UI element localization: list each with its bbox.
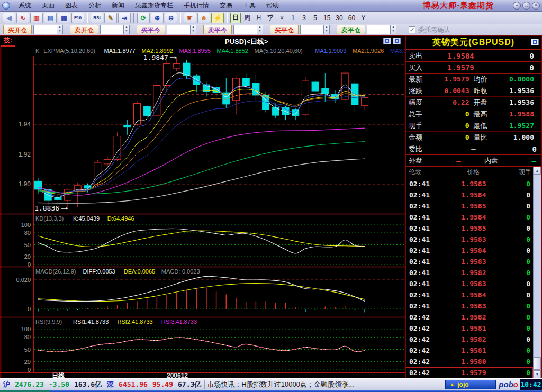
- menu-item-analysis[interactable]: 分析: [83, 0, 106, 11]
- scroll-up-icon[interactable]: ▲: [534, 167, 541, 175]
- period-custom-button[interactable]: ×: [277, 13, 287, 23]
- messenger-badge[interactable]: ▲ jojo: [445, 380, 496, 389]
- tape-row[interactable]: 02:421.95810: [406, 323, 533, 334]
- accounts-button[interactable]: ☻: [197, 13, 210, 23]
- quick-trade-button[interactable]: ⚡: [211, 13, 224, 23]
- stepper-down-icon[interactable]: ▼: [257, 30, 263, 34]
- period-min-60-button[interactable]: 60: [346, 13, 357, 23]
- sell-close-today-qty-stepper[interactable]: ▲▼: [257, 25, 263, 34]
- price-tick: 1.92: [19, 151, 31, 158]
- stepper-down-icon[interactable]: ▼: [124, 30, 129, 34]
- candle-chart-button[interactable]: ▥: [30, 13, 43, 23]
- refresh-button[interactable]: ⟳: [137, 13, 150, 23]
- scrollbar-thumb[interactable]: [534, 357, 541, 370]
- buy-close-today-qty-stepper[interactable]: ▲▼: [190, 25, 196, 34]
- tape-row[interactable]: 02:411.95820: [406, 267, 533, 278]
- menu-item-quanxin-column[interactable]: 泉鑫期货专栏: [130, 0, 178, 11]
- tech-panel-tab[interactable]: 技:: [1, 36, 15, 47]
- buy-close-button[interactable]: 买平仓: [270, 25, 299, 34]
- sell-open-qty-stepper[interactable]: ▲▼: [123, 25, 130, 34]
- sell-open-button[interactable]: 卖开仓: [70, 25, 98, 34]
- confirm-order-checkbox[interactable]: ✓: [409, 26, 415, 33]
- menu-item-tools[interactable]: 工具: [238, 0, 261, 11]
- index-sh-change: -3.50: [49, 380, 69, 388]
- back-button[interactable]: ◀: [3, 13, 15, 23]
- tape-row[interactable]: 02:411.95850: [406, 200, 533, 212]
- menu-item-news[interactable]: 新闻: [106, 0, 130, 11]
- restore-panel-icon[interactable]: [531, 39, 539, 45]
- period-min-3-button[interactable]: 3: [299, 13, 309, 23]
- sell-close-qty-stepper[interactable]: ▲▼: [390, 25, 396, 34]
- tape-scrollbar[interactable]: ▲▼: [533, 167, 541, 378]
- menu-item-help[interactable]: 帮助: [261, 0, 284, 11]
- zoom-in-button[interactable]: ⊕: [151, 13, 164, 23]
- tape-row[interactable]: 02:411.95840: [406, 245, 533, 256]
- period-quarter-button[interactable]: 季: [265, 13, 276, 23]
- report-button[interactable]: ▦: [58, 13, 70, 23]
- zoom-out-button[interactable]: ⊖: [165, 13, 177, 23]
- tape-row[interactable]: 02:411.95840: [406, 212, 533, 223]
- menu-item-chart[interactable]: 图表: [60, 0, 83, 11]
- quote-list-button[interactable]: ▤: [44, 13, 57, 23]
- order-hand-button[interactable]: ☛: [184, 13, 196, 23]
- menu-item-mobile-quotes[interactable]: 手机行情: [178, 0, 214, 11]
- minimize-button[interactable]: −: [513, 2, 521, 10]
- menu-item-page[interactable]: 页面: [37, 0, 60, 11]
- tape-price: 1.9582: [439, 269, 508, 277]
- period-year-button[interactable]: Y: [358, 13, 368, 23]
- sell-close-today-qty-input[interactable]: [233, 25, 257, 34]
- buy-close-qty-stepper[interactable]: ▲▼: [323, 25, 330, 34]
- period-min-1-button[interactable]: 1: [288, 13, 298, 23]
- main-chart-svg[interactable]: 1.941.921.901.98471.8836KEXPMA(5,10,20,6…: [0, 47, 405, 378]
- tape-row[interactable]: 02:421.95820: [406, 312, 533, 323]
- expand-bars-icon[interactable]: [393, 38, 401, 44]
- f10-info-button[interactable]: F10: [71, 13, 84, 23]
- buy-open-qty-input[interactable]: [33, 25, 57, 34]
- tape-row[interactable]: 02:411.95830: [406, 278, 533, 289]
- period-week-button[interactable]: 周: [242, 13, 252, 23]
- scroll-down-icon[interactable]: ▼: [534, 370, 541, 378]
- period-min-15-button[interactable]: 15: [321, 13, 332, 23]
- stepper-down-icon[interactable]: ▼: [191, 30, 196, 34]
- quote-stat-row: 涨跌0.0043昨收1.9536: [406, 85, 541, 97]
- tape-row[interactable]: 02:411.95830: [406, 178, 533, 189]
- buy-open-qty-stepper[interactable]: ▲▼: [57, 25, 63, 34]
- stepper-down-icon[interactable]: ▼: [57, 30, 62, 34]
- period-day-button[interactable]: 日: [230, 13, 241, 23]
- buy-open-button[interactable]: 买开仓: [3, 25, 32, 34]
- tape-row[interactable]: 02:421.95790: [406, 367, 533, 378]
- tape-row[interactable]: 02:411.95840: [406, 289, 533, 300]
- restore-button[interactable]: □: [522, 2, 530, 10]
- goto-list-button[interactable]: ⇥: [118, 13, 131, 23]
- menu-item-trade[interactable]: 交易: [214, 0, 238, 11]
- sell-close-qty-input[interactable]: [367, 25, 390, 34]
- buy-close-today-button[interactable]: 买平今: [137, 25, 165, 34]
- close-button[interactable]: ×: [532, 2, 540, 10]
- tape-row[interactable]: 02:411.95840: [406, 189, 533, 200]
- stepper-down-icon[interactable]: ▼: [324, 30, 329, 34]
- period-min-5-button[interactable]: 5: [310, 13, 320, 23]
- draw-line-button[interactable]: ✎: [104, 13, 117, 23]
- tape-row[interactable]: 02:421.95810: [406, 345, 533, 356]
- menu-item-system[interactable]: 系统: [13, 0, 37, 11]
- stat-cell: 均价0.0000: [474, 75, 539, 84]
- sell-close-today-button[interactable]: 卖平今: [203, 25, 232, 34]
- buy-close-today-qty-input[interactable]: [167, 25, 190, 34]
- news-ticker[interactable]: 市场快讯：H股指数升过10000点；金融股领涨...: [204, 380, 445, 389]
- sell-open-qty-input[interactable]: [100, 25, 123, 34]
- tape-row[interactable]: 02:411.95830: [406, 300, 533, 312]
- time-chart-button[interactable]: ∿: [16, 13, 29, 23]
- tape-row[interactable]: 02:421.95820: [406, 334, 533, 345]
- tape-row[interactable]: 02:411.95850: [406, 223, 533, 234]
- compress-bars-icon[interactable]: [383, 38, 391, 44]
- stepper-down-icon[interactable]: ▼: [391, 30, 396, 34]
- period-min-30-button[interactable]: 30: [333, 13, 345, 23]
- buy-close-qty-input[interactable]: [300, 25, 323, 34]
- rsi-indicator-button[interactable]: RSI: [91, 13, 103, 23]
- tape-row[interactable]: 02:411.95830: [406, 256, 533, 267]
- tape-row[interactable]: 02:421.95800: [406, 356, 533, 367]
- sell-close-button[interactable]: 卖平仓: [337, 25, 365, 34]
- app-icon[interactable]: ↺: [2, 2, 10, 10]
- period-month-button[interactable]: 月: [254, 13, 264, 23]
- tape-row[interactable]: 02:411.95830: [406, 234, 533, 245]
